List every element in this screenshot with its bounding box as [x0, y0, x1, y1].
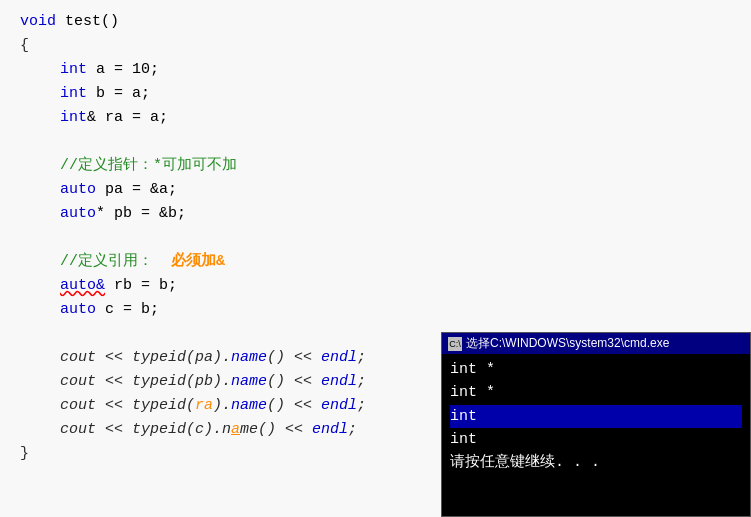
- var-rb: rb = b;: [105, 274, 177, 298]
- code-line-5: int & ra = a;: [20, 106, 731, 130]
- keyword-auto-pa: auto: [60, 178, 96, 202]
- func-name: test(): [56, 10, 119, 34]
- cout-c-name-highlight: a: [231, 418, 240, 442]
- var-a: a = 10;: [87, 58, 159, 82]
- comment-ref-mustsign: 必须加&: [171, 250, 225, 274]
- keyword-auto-rb: auto&: [60, 274, 105, 298]
- terminal-line-3: int: [450, 405, 742, 428]
- cout-c: cout << typeid(c).n: [60, 418, 231, 442]
- var-pa: pa = &a;: [96, 178, 177, 202]
- code-line-12: auto& rb = b;: [20, 274, 731, 298]
- open-brace: {: [20, 34, 29, 58]
- cout-pb-name: name: [231, 370, 267, 394]
- code-line-comment1: //定义指针：*可加可不加: [20, 154, 731, 178]
- keyword-auto-pb: auto: [60, 202, 96, 226]
- code-line-9: auto * pb = &b;: [20, 202, 731, 226]
- terminal-title: 选择C:\WINDOWS\system32\cmd.exe: [466, 335, 669, 352]
- terminal-line-1: int *: [450, 358, 742, 381]
- keyword-void: void: [20, 10, 56, 34]
- keyword-int-b: int: [60, 82, 87, 106]
- terminal-body: int * int * int int 请按任意键继续. . .: [442, 354, 750, 478]
- terminal-titlebar: C:\ 选择C:\WINDOWS\system32\cmd.exe: [442, 333, 750, 354]
- code-line-4: int b = a;: [20, 82, 731, 106]
- terminal-icon: C:\: [448, 337, 462, 351]
- code-line-3: int a = 10;: [20, 58, 731, 82]
- cout-ra-var: ra: [195, 394, 213, 418]
- ref-ra: & ra = a;: [87, 106, 168, 130]
- var-c: c = b;: [96, 298, 159, 322]
- keyword-int-ra: int: [60, 106, 87, 130]
- code-line-1: void test(): [20, 10, 731, 34]
- close-brace: }: [20, 442, 29, 466]
- cout-ra: cout << typeid(: [60, 394, 195, 418]
- keyword-auto-c: auto: [60, 298, 96, 322]
- code-line-13: auto c = b;: [20, 298, 731, 322]
- var-b: b = a;: [87, 82, 150, 106]
- cout-pa-name: name: [231, 346, 267, 370]
- terminal-line-2: int *: [450, 381, 742, 404]
- var-pb: * pb = &b;: [96, 202, 186, 226]
- comment-ref-prefix: //定义引用：: [60, 250, 171, 274]
- terminal-line-5: 请按任意键继续. . .: [450, 451, 742, 474]
- keyword-int-a: int: [60, 58, 87, 82]
- comment-pointer: //定义指针：*可加可不加: [60, 154, 237, 178]
- code-line-empty2: [20, 226, 731, 250]
- code-line-comment2: //定义引用： 必须加&: [20, 250, 731, 274]
- code-line-2: {: [20, 34, 731, 58]
- code-line-8: auto pa = &a;: [20, 178, 731, 202]
- cout-pa: cout << typeid(pa).: [60, 346, 231, 370]
- code-line-empty1: [20, 130, 731, 154]
- terminal-window: C:\ 选择C:\WINDOWS\system32\cmd.exe int * …: [441, 332, 751, 517]
- cout-pb: cout << typeid(pb).: [60, 370, 231, 394]
- terminal-line-4: int: [450, 428, 742, 451]
